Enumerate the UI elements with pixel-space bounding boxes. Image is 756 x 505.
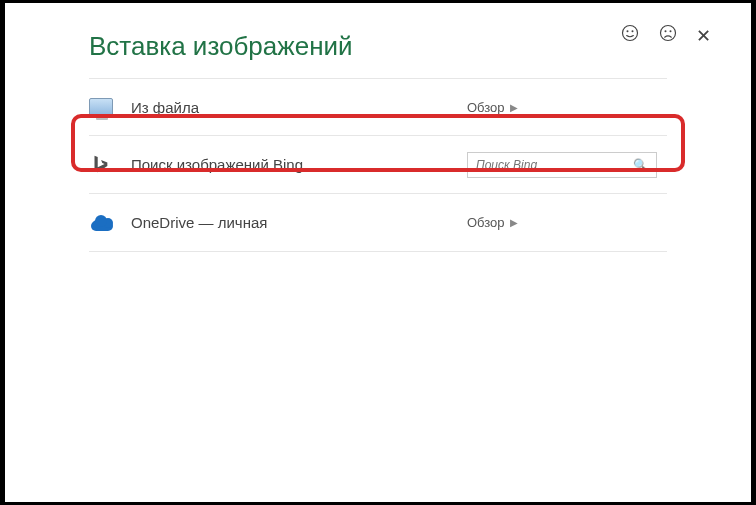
feedback-frown-icon[interactable] [658, 23, 678, 43]
svg-point-4 [665, 30, 667, 32]
browse-button[interactable]: Обзор ▶ [467, 215, 518, 230]
bing-search-box[interactable]: 🔍 [467, 152, 657, 178]
chevron-right-icon: ▶ [510, 217, 518, 228]
insert-pictures-dialog: Вставка изображений ✕ Из файла О [5, 3, 751, 502]
options-list: Из файла Обзор ▶ Поиск изображений Bing … [5, 78, 751, 252]
svg-point-3 [661, 25, 676, 40]
svg-point-1 [627, 30, 629, 32]
search-icon[interactable]: 🔍 [633, 158, 648, 172]
feedback-smile-icon[interactable] [620, 23, 640, 43]
browse-button[interactable]: Обзор ▶ [467, 100, 518, 115]
dialog-title: Вставка изображений [89, 31, 353, 62]
close-icon[interactable]: ✕ [696, 25, 711, 47]
bing-icon [89, 154, 131, 176]
onedrive-icon [89, 215, 131, 231]
option-from-file[interactable]: Из файла Обзор ▶ [89, 78, 667, 136]
browse-label: Обзор [467, 215, 505, 230]
monitor-icon [89, 98, 131, 116]
option-onedrive[interactable]: OneDrive — личная Обзор ▶ [89, 194, 667, 252]
onedrive-label: OneDrive — личная [131, 214, 467, 231]
dialog-header: Вставка изображений ✕ [5, 3, 751, 78]
search-input[interactable] [476, 158, 633, 172]
svg-point-0 [623, 25, 638, 40]
svg-point-2 [632, 30, 634, 32]
bing-label: Поиск изображений Bing [131, 156, 467, 173]
option-bing-search[interactable]: Поиск изображений Bing 🔍 [89, 136, 667, 194]
svg-point-5 [670, 30, 672, 32]
chevron-right-icon: ▶ [510, 102, 518, 113]
browse-label: Обзор [467, 100, 505, 115]
from-file-label: Из файла [131, 99, 467, 116]
